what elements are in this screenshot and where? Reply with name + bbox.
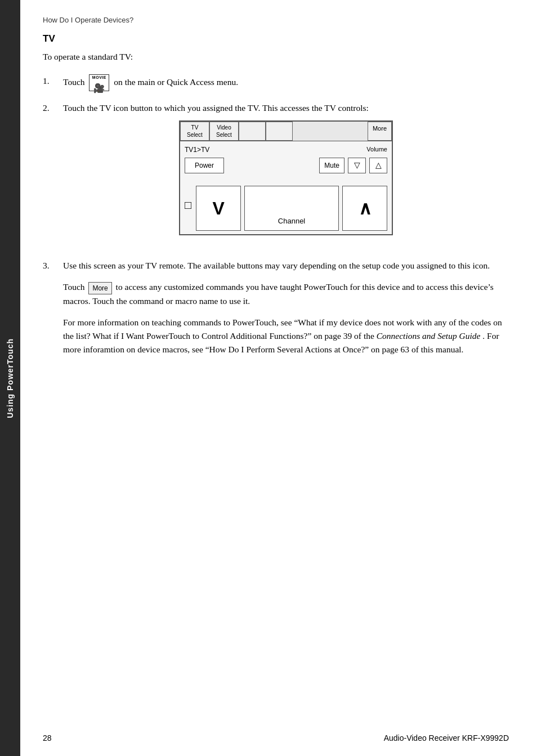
tv-remote-container: TV Select Video Select More [63,120,509,235]
steps-list: 1. Touch MOVIE 🎥 on the main or Quick Ac… [43,74,509,364]
vol-down-btn: ▽ [348,158,366,173]
movie-icon-wrapper: MOVIE 🎥 [89,74,109,91]
remote-device-label: TV1>TV Volume [185,145,387,155]
remote-top-bar: TV Select Video Select More [180,122,392,141]
product-name: Audio-Video Receiver KRF-X9992D [384,733,509,742]
video-select-line2: Select [213,131,235,138]
step-3-para2-before: Touch [63,282,85,292]
remote-row2: V Channel ∧ [196,186,387,231]
page-number: 28 [43,733,52,742]
step-3-para1: Use this screen as your TV remote. The a… [63,259,509,272]
tv-select-line2: Select [184,131,206,138]
sidebar-tab: Using PowerTouch [0,0,20,756]
step-1-text-after: on the main or Quick Access menu. [114,77,238,87]
device-name: TV1>TV [185,145,209,155]
tv-select-btn: TV Select [180,122,209,141]
tv-remote: TV Select Video Select More [179,120,393,235]
step-1-content: Touch MOVIE 🎥 on the main or Quick Acces… [63,74,509,91]
ch-label: Channel [244,186,339,231]
remote-body: TV1>TV Volume Power Mute ▽ △ [180,141,392,234]
remote-row1: Power Mute ▽ △ [185,158,387,174]
step-1: 1. Touch MOVIE 🎥 on the main or Quick Ac… [43,74,509,91]
more-top-btn: More [368,122,392,141]
intro-text: To operate a standard TV: [43,50,509,63]
tv-select-line1: TV [184,124,206,131]
step-2-content: Touch the TV icon button to which you as… [63,101,509,249]
volume-label: Volume [366,145,387,155]
video-select-btn: Video Select [209,122,239,141]
step-3-para2-after: to access any customized commands you ha… [63,282,494,306]
mute-btn: Mute [319,158,344,174]
step-2: 2. Touch the TV icon button to which you… [43,101,509,249]
step-1-text-before: Touch [63,77,85,87]
more-btn-inline: More [88,282,111,295]
step-3-number: 3. [43,259,63,272]
movie-camera-icon: MOVIE 🎥 [89,74,109,91]
step-2-number: 2. [43,101,63,115]
camera-symbol: 🎥 [90,82,109,96]
section-title: TV [43,33,509,44]
step-3-content: Use this screen as your TV remote. The a… [63,259,509,364]
main-content: How Do I Operate Devices? TV To operate … [20,0,537,756]
ch-up-btn: ∧ [342,186,387,231]
sidebar-tab-label: Using PowerTouch [6,338,15,418]
top-spacer [293,122,368,141]
ch-down-btn: V [196,186,241,231]
movie-label: MOVIE [90,75,109,81]
remote-channel-area: □ V Channel ∧ [185,179,387,231]
step-3-italic: Connections and Setup Guide [377,331,481,341]
step-3: 3. Use this screen as your TV remote. Th… [43,259,509,364]
video-select-line1: Video [213,124,235,131]
step-3-para2: Touch More to access any customized comm… [63,280,509,308]
blank-btn-1 [239,122,266,141]
power-btn: Power [185,158,224,174]
step-2-text: Touch the TV icon button to which you as… [63,103,369,113]
blank-btn-2 [266,122,293,141]
breadcrumb: How Do I Operate Devices? [43,16,509,24]
step-1-number: 1. [43,74,63,88]
step-3-para3: For more information on teaching command… [63,316,509,356]
page-footer: 28 Audio-Video Receiver KRF-X9992D [43,733,509,742]
vol-up-btn: △ [369,158,387,173]
tv-icon: □ [185,196,191,214]
